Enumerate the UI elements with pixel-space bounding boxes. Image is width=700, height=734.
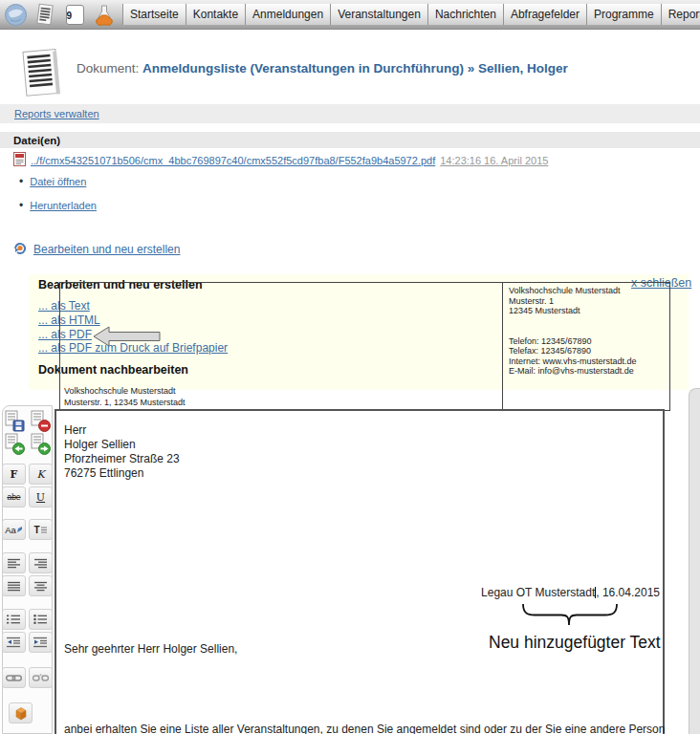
- calendar-day: 9: [67, 11, 73, 21]
- file-timestamp: 14:23:16 16. April 2015: [440, 155, 548, 166]
- strikethrough-button[interactable]: abe: [2, 486, 26, 507]
- file-action-open: Datei öffnen: [19, 175, 86, 188]
- als-pdf-link[interactable]: ... als PDF: [38, 328, 92, 341]
- font-color-button[interactable]: Aa: [2, 519, 26, 540]
- org-name: Volkshochschule Musterstadt: [509, 286, 669, 296]
- cube-icon: [13, 706, 29, 721]
- flask-icon[interactable]: [93, 3, 116, 26]
- outdent-icon: [7, 637, 21, 648]
- org-email: E-Mail: info@vhs-musterstadt.de: [509, 366, 669, 377]
- font-size-button[interactable]: T: [29, 519, 53, 540]
- recipient-address: Herr Holger Sellien Pforzheimer Straße 2…: [64, 423, 180, 481]
- recipient-salutation-line: Herr: [64, 423, 180, 438]
- file-action-download: Herunterladen: [19, 199, 97, 212]
- align-right-icon: [34, 558, 47, 569]
- align-center-icon: [34, 581, 47, 592]
- edit-recreate-row: Bearbeiten und neu erstellen: [12, 241, 180, 258]
- letter-salutation: Sehr geehrter Herr Holger Sellien,: [64, 642, 237, 656]
- ordered-list-button[interactable]: [2, 609, 26, 630]
- globe-icon[interactable]: [4, 3, 27, 26]
- recipient-city: 76275 Ettlingen: [64, 466, 180, 481]
- tab-reports[interactable]: Reports: [661, 4, 700, 25]
- sender-line-2: Musterstr. 1, 12345 Musterstadt: [64, 397, 186, 408]
- organization-address-block: Volkshochschule Musterstadt Musterstr. 1…: [502, 283, 669, 410]
- undo-document-icon[interactable]: [3, 432, 26, 455]
- annotation-arrow-icon: [93, 326, 162, 351]
- refresh-icon: [12, 241, 28, 258]
- tab-abfragefelder[interactable]: Abfragefelder: [503, 4, 586, 25]
- save-document-icon[interactable]: [3, 409, 26, 432]
- outdent-button[interactable]: [2, 632, 26, 653]
- recipient-name: Holger Sellien: [64, 438, 180, 452]
- insert-object-button[interactable]: [9, 702, 33, 723]
- org-phone: Telefon: 12345/67890: [509, 336, 669, 347]
- files-section-header: Datei(en): [0, 132, 700, 148]
- app-quick-icons: 9: [4, 2, 116, 27]
- popup-subtitle: Dokument nachbearbeiten: [38, 363, 188, 377]
- align-left-icon: [8, 558, 20, 569]
- notes-icon[interactable]: [33, 3, 56, 26]
- file-row: ../f/cmx543251071b506/cmx_4bbc769897c40/…: [13, 152, 548, 168]
- document-icon: [15, 45, 65, 106]
- calendar-icon[interactable]: 9: [63, 3, 86, 26]
- als-text-link[interactable]: ... als Text: [38, 299, 90, 313]
- ordered-list-icon: [7, 614, 21, 625]
- reports-verwalten-link[interactable]: Reports verwalten: [14, 108, 99, 119]
- italic-label: K: [36, 468, 44, 481]
- right-panel-edge: [689, 388, 700, 734]
- editor-content-area[interactable]: Herr Holger Sellien Pforzheimer Straße 2…: [55, 409, 665, 734]
- pdf-file-link[interactable]: ../f/cmx543251071b506/cmx_4bbc769897c40/…: [31, 155, 435, 166]
- recipient-street: Pforzheimer Straße 23: [64, 452, 180, 466]
- strikethrough-label: abe: [7, 492, 20, 502]
- tab-programme[interactable]: Programme: [586, 4, 661, 25]
- align-center-button[interactable]: [29, 575, 53, 596]
- underline-button[interactable]: U: [29, 486, 53, 507]
- org-fax: Telefax: 12345/67890: [509, 346, 669, 356]
- datei-oeffnen-link[interactable]: Datei öffnen: [30, 176, 86, 187]
- tab-nachrichten[interactable]: Nachrichten: [427, 4, 503, 25]
- date-city: Legau OT Musterstadt: [481, 586, 595, 599]
- sender-line: Volkshochschule Musterstadt Musterstr. 1…: [64, 385, 186, 408]
- justify-icon: [8, 581, 20, 592]
- font-color-label: Aa: [5, 525, 16, 535]
- tab-anmeldungen[interactable]: Anmeldungen: [245, 4, 330, 25]
- org-city: 12345 Musterstadt: [509, 306, 669, 316]
- indent-button[interactable]: [29, 632, 53, 653]
- unlink-icon: [33, 673, 49, 683]
- tab-startseite[interactable]: Startseite: [122, 4, 186, 25]
- page-title: Dokument: Anmeldungsliste (Veranstaltung…: [77, 61, 568, 76]
- align-right-button[interactable]: [29, 552, 53, 573]
- bold-button[interactable]: F: [2, 464, 26, 485]
- org-internet: Internet: www.vhs-musterstadt.de: [509, 356, 669, 367]
- bold-label: F: [11, 468, 18, 481]
- justify-button[interactable]: [2, 575, 26, 596]
- italic-button[interactable]: K: [29, 464, 53, 485]
- letter-date-line: Legau OT Musterstadt, 16.04.2015: [481, 586, 660, 599]
- remove-link-button[interactable]: [29, 667, 53, 688]
- app-window: 9 Startseite Kontakte Anmeldungen Verans…: [0, 0, 700, 734]
- org-street: Musterstr. 1: [509, 296, 669, 307]
- page-title-value: Anmeldungsliste (Veranstaltungen in Durc…: [142, 61, 568, 76]
- als-html-link[interactable]: ... als HTML: [38, 313, 100, 327]
- pencil-icon: [16, 526, 23, 533]
- sender-line-1: Volkshochschule Musterstadt: [64, 385, 186, 397]
- remove-document-icon[interactable]: [29, 409, 52, 432]
- main-tab-bar: Startseite Kontakte Anmeldungen Veransta…: [122, 4, 700, 25]
- bearbeiten-link[interactable]: Bearbeiten und neu erstellen: [33, 243, 180, 256]
- tab-kontakte[interactable]: Kontakte: [186, 4, 245, 25]
- align-left-button[interactable]: [2, 552, 26, 573]
- reports-bar: Reports verwalten: [0, 104, 700, 123]
- annotation-brace-icon: [521, 602, 619, 632]
- tab-veranstaltungen[interactable]: Veranstaltungen: [330, 4, 427, 25]
- files-section-title: Datei(en): [13, 135, 60, 146]
- text-lines-icon: [40, 526, 48, 534]
- unordered-list-icon: [33, 614, 48, 625]
- date-value: , 16.04.2015: [596, 586, 660, 599]
- herunterladen-link[interactable]: Herunterladen: [30, 200, 97, 211]
- insert-link-button[interactable]: [2, 667, 26, 688]
- top-navigation-bar: 9 Startseite Kontakte Anmeldungen Verans…: [0, 0, 700, 30]
- indent-icon: [33, 637, 48, 648]
- redo-document-icon[interactable]: [29, 432, 52, 455]
- unordered-list-button[interactable]: [29, 609, 53, 630]
- popup-title: Bearbeiten und neu erstellen: [38, 278, 203, 291]
